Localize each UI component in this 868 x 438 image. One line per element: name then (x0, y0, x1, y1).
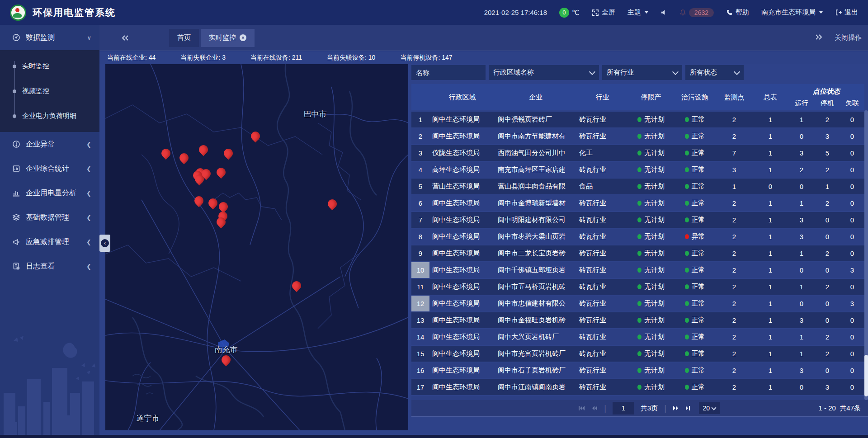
cell-facility-status: 正常 (674, 363, 716, 378)
status-dot-green (637, 151, 642, 155)
cell-monitor-count: 2 (716, 279, 752, 295)
panel-collapse-button[interactable]: ‹ (99, 235, 110, 252)
map-city-label: 巴中市 (304, 109, 327, 119)
close-operations-dropdown[interactable]: 关闭操作 (835, 33, 862, 42)
cell-monitor-count: 2 (716, 363, 752, 378)
status-dot-green (637, 167, 642, 172)
notification-area[interactable]: 2632 (679, 8, 714, 17)
table-row[interactable]: 6阆中生态环境局阆中市金博瑞新型墙材砖瓦行业无计划正常21120 (411, 195, 864, 212)
cell-facility-status: 正常 (674, 179, 716, 194)
table-row[interactable]: 17阆中生态环境局阆中市江南镇阆南页岩砖瓦行业无计划正常21030 (411, 379, 864, 396)
cell-industry: 砖瓦行业 (576, 112, 628, 127)
tab-bar: 首页 实时监控 × 关闭操作 (99, 25, 868, 51)
sidebar-subitem[interactable]: 企业电力负荷明细 (0, 104, 99, 128)
cell-total-meter: 1 (752, 296, 788, 311)
cell-production-status: 无计划 (628, 179, 674, 194)
sidebar-item-enterprise-abnormal[interactable]: 企业异常❮ (0, 132, 99, 156)
status-dot-green (685, 268, 689, 273)
table-row[interactable]: 13阆中生态环境局阆中市金福旺页岩机砖砖瓦行业无计划正常21300 (411, 312, 864, 329)
table-row[interactable]: 2阆中生态环境局阆中市南方节能建材有砖瓦行业无计划正常21030 (411, 128, 864, 145)
tab-realtime-monitor[interactable]: 实时监控 × (201, 29, 255, 47)
stats-bar: 当前在线企业: 44当前失联企业: 3当前在线设备: 211当前失联设备: 10… (99, 51, 868, 64)
sidebar-item-label: 基础数据管理 (26, 213, 69, 222)
map-panel[interactable]: 巴中市南充市遂宁市 (105, 64, 408, 430)
region-filter-select[interactable]: 行政区域名称 (489, 65, 599, 80)
exit-button[interactable]: 退出 (835, 8, 858, 17)
status-dot-green (637, 134, 642, 139)
table-row[interactable]: 9阆中生态环境局阆中市二龙长宝页岩砖砖瓦行业无计划正常21120 (411, 245, 864, 262)
help-button[interactable]: 帮助 (726, 8, 749, 17)
cell-facility-status: 正常 (674, 329, 716, 345)
table-row[interactable]: 4高坪生态环境局南充市高坪区王家店建砖瓦行业无计划正常31220 (411, 162, 864, 179)
sidebar-item-base-data[interactable]: 基础数据管理❮ (0, 205, 99, 230)
table-row[interactable]: 14阆中生态环境局阆中大兴页岩机砖厂砖瓦行业无计划正常21120 (411, 329, 864, 346)
cell-run-count: 3 (788, 363, 815, 378)
cell-stop-count: 0 (815, 262, 840, 278)
table-row[interactable]: 5营山生态环境局营山县润丰肉食品有限食品无计划正常10010 (411, 179, 864, 195)
sidebar-item-power-analysis[interactable]: 企业用电量分析❮ (0, 181, 99, 205)
sidebar-item-data-monitor[interactable]: 数据监测∨ (0, 25, 99, 50)
table-row[interactable]: 11阆中生态环境局阆中市五马桥页岩机砖砖瓦行业无计划正常21120 (411, 279, 864, 296)
cell-company: 阆中市五马桥页岩机砖 (495, 279, 576, 295)
scrollbar-thumb[interactable] (864, 355, 868, 396)
stat-item: 当前在线设备: 211 (250, 54, 302, 62)
next-page-button[interactable] (673, 405, 679, 411)
cell-total-meter: 1 (752, 245, 788, 261)
cell-facility-status: 正常 (674, 112, 716, 127)
cell-facility-status: 正常 (674, 296, 716, 311)
chevron-down-icon (819, 11, 823, 14)
cell-lost-count: 0 (840, 195, 864, 211)
cell-stop-count: 2 (815, 346, 840, 362)
table-row[interactable]: 8阆中生态环境局阆中市枣碧大梁山页岩砖瓦行业无计划异常21300 (411, 229, 864, 245)
table-row[interactable]: 7阆中生态环境局阆中明阳建材有限公司砖瓦行业无计划正常21300 (411, 212, 864, 229)
tabs-scroll-left-button[interactable] (121, 35, 129, 41)
sidebar-subitem[interactable]: 实时监控 (0, 54, 99, 79)
sidebar-item-enterprise-stats[interactable]: 企业综合统计❮ (0, 156, 99, 181)
tabs-scroll-right-button[interactable] (815, 34, 823, 42)
sidebar-item-emergency[interactable]: 应急减排管理❮ (0, 230, 99, 254)
sidebar-item-logs[interactable]: 日志查看❮ (0, 254, 99, 278)
table-row[interactable]: 3仪陇生态环境局西南油气田分公司川中化工无计划正常71350 (411, 145, 864, 162)
tab-close-icon[interactable]: × (240, 34, 246, 41)
cell-facility-status: 正常 (674, 245, 716, 261)
filter-bar: 行政区域名称 所有行业 所有状态 (411, 65, 744, 80)
data-monitor-icon (12, 33, 20, 42)
cell-facility-status: 正常 (674, 379, 716, 395)
status-filter-select[interactable]: 所有状态 (685, 65, 744, 80)
cell-production-status: 无计划 (628, 245, 674, 261)
org-user-dropdown[interactable]: 南充市生态环境局 (761, 8, 823, 17)
chevron-left-icon: ‹ (101, 239, 109, 247)
sidebar-subitem[interactable]: 视频监控 (0, 79, 99, 104)
table-row[interactable]: 10阆中生态环境局阆中千佛镇五郎垭页岩砖瓦行业无计划正常21003 (411, 262, 864, 279)
table-header: 行政区域 企业 行业 停限产 治污设施 监测点 总表 点位状态 运行 停机 (411, 84, 864, 110)
table-row[interactable]: 15阆中生态环境局阆中市光富页岩机砖厂砖瓦行业无计划正常21120 (411, 346, 864, 363)
cell-district: 阆中生态环境局 (429, 379, 495, 395)
cell-row-number: 14 (411, 329, 429, 345)
table-row[interactable]: 16阆中生态环境局阆中市石子页岩机砖厂砖瓦行业无计划正常21300 (411, 363, 864, 379)
cell-row-number: 11 (411, 279, 429, 295)
last-page-button[interactable] (685, 405, 693, 411)
page-number-input[interactable] (613, 402, 634, 414)
mute-button[interactable] (660, 9, 667, 16)
cell-facility-status: 正常 (674, 128, 716, 144)
cell-lost-count: 0 (840, 346, 864, 362)
industry-filter-select[interactable]: 所有行业 (602, 65, 682, 80)
fullscreen-icon (592, 9, 599, 16)
page-size-select[interactable]: 20 (699, 402, 720, 414)
name-filter-input[interactable] (411, 65, 486, 80)
cell-production-status: 无计划 (628, 112, 674, 127)
cell-lost-count: 0 (840, 379, 864, 395)
first-page-button[interactable] (578, 405, 585, 411)
bullet-dot-icon (13, 114, 16, 118)
tab-home[interactable]: 首页 (169, 29, 199, 47)
fullscreen-button[interactable]: 全屏 (592, 8, 615, 17)
table-row[interactable]: 12阆中生态环境局阆中市忠信建材有限公砖瓦行业无计划正常21003 (411, 296, 864, 312)
prev-page-button[interactable] (591, 405, 598, 411)
cell-industry: 砖瓦行业 (576, 262, 628, 278)
enterprise-table: 行政区域 企业 行业 停限产 治污设施 监测点 总表 点位状态 运行 停机 (411, 84, 864, 401)
sidebar-menu: 数据监测∨实时监控视频监控企业电力负荷明细企业异常❮企业综合统计❮企业用电量分析… (0, 25, 99, 278)
theme-dropdown[interactable]: 主题 (627, 8, 648, 17)
table-row[interactable]: 1阆中生态环境局阆中强锐页岩砖厂砖瓦行业无计划正常21120 (411, 112, 864, 128)
status-dot-green (685, 334, 689, 339)
table-scrollbar[interactable] (864, 110, 868, 400)
